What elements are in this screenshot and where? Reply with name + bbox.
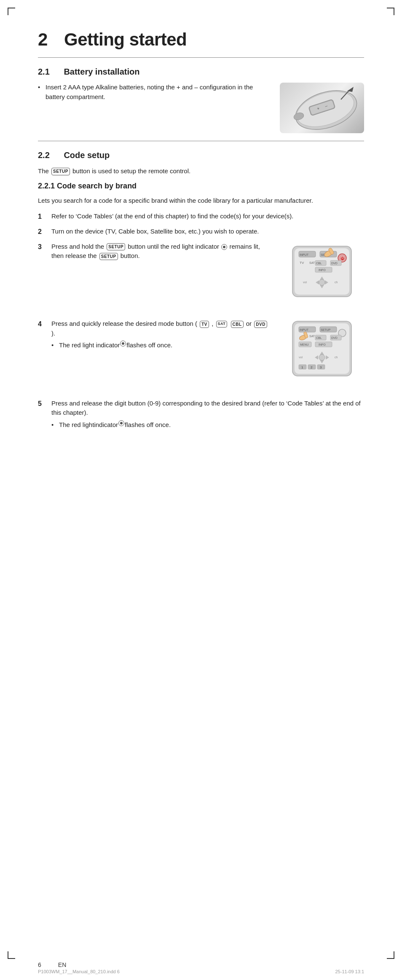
page: 2 Getting started 2.1 Battery installati…	[0, 0, 402, 980]
svg-text:MENU: MENU	[300, 343, 309, 346]
the-text: The	[38, 167, 51, 175]
chapter-number: 2	[38, 30, 48, 49]
svg-text:CBL: CBL	[316, 262, 322, 265]
step-5: 5 Press and release the digit button (0-…	[38, 399, 364, 432]
step-5-content: Press and release the digit button (0-9)…	[51, 399, 364, 432]
step-3-text-4: button.	[121, 252, 140, 259]
section-21-title: Battery installation	[64, 67, 139, 76]
indicator-circle-step3	[221, 244, 227, 250]
code-search-intro: Lets you search for a code for a specifi…	[38, 196, 364, 205]
svg-text:SAT: SAT	[309, 335, 315, 338]
step-3-num: 3	[38, 242, 50, 252]
step-4-comma: ,	[212, 320, 215, 327]
step-4-text-1: Press and quickly release the desired mo…	[51, 320, 197, 327]
svg-text:ch: ch	[335, 281, 338, 284]
section-221-title: Code search by brand	[57, 182, 137, 190]
step-3-text-1: Press and hold the	[51, 243, 106, 250]
svg-text:vol: vol	[299, 356, 303, 359]
step-4-sub-item: The red light indicator flashes off once…	[51, 341, 273, 350]
step-3-image: INPUT SETUP ⏻ TV SAT CBL D	[280, 242, 364, 314]
the-red-light: The red light	[59, 420, 94, 430]
footer-lang: EN	[58, 961, 66, 968]
battery-svg: + –	[280, 83, 364, 133]
svg-text:1: 1	[301, 365, 303, 369]
setup-badge-step3b: SETUP	[99, 253, 118, 260]
step-4-paren: ).	[51, 330, 55, 337]
section-22-heading: 2.2 Code setup	[38, 150, 364, 160]
step-3-text-2: button until the red light indicator	[128, 243, 221, 250]
step-5-flashes-text: flashes off once.	[125, 420, 171, 430]
step-1-text: Refer to ‘Code Tables’ (at the end of th…	[51, 212, 293, 220]
step-4-sub-text: The red light indicator	[59, 341, 120, 350]
step-5-indicator-text: indicator	[94, 420, 118, 430]
step-3: 3 Press and hold the SETUP button until …	[38, 242, 364, 314]
svg-text:ch: ch	[335, 356, 338, 359]
svg-text:DVD: DVD	[331, 262, 338, 265]
step-4-num: 4	[38, 319, 50, 329]
step-3-area: Press and hold the SETUP button until th…	[51, 242, 364, 314]
footer-page-num: 6	[38, 961, 41, 968]
svg-text:INFO: INFO	[319, 268, 326, 271]
corner-mark-tl	[8, 8, 15, 15]
svg-text:DVD: DVD	[331, 336, 338, 339]
remote-svg-step3: INPUT SETUP ⏻ TV SAT CBL D	[280, 242, 364, 311]
svg-point-29	[319, 279, 325, 285]
step-1: 1 Refer to ‘Code Tables’ (at the end of …	[38, 212, 364, 222]
step-1-content: Refer to ‘Code Tables’ (at the end of th…	[51, 212, 364, 221]
code-setup-para: The SETUP button is used to setup the re…	[38, 166, 364, 176]
footer-file: P1003WM_17__Manual_80_210.indd 6	[38, 969, 120, 974]
svg-text:INPUT: INPUT	[300, 328, 309, 331]
indicator-circle-step5	[118, 420, 124, 426]
tv-badge: TV	[200, 321, 209, 328]
step-3-text-block: Press and hold the SETUP button until th…	[51, 242, 273, 261]
remote-svg-step4: INPUT SETUP TV SAT CBL DVD	[280, 319, 364, 391]
step-4-text-block: Press and quickly release the desired mo…	[51, 319, 273, 352]
step-2: 2 Turn on the device (TV, Cable box, Sat…	[38, 227, 364, 237]
battery-bullet-list: Insert 2 AAA type Alkaline batteries, no…	[38, 83, 271, 102]
section-22-number: 2.2	[38, 150, 50, 160]
footer: 6 EN	[0, 961, 402, 968]
battery-bullet-text: Insert 2 AAA type Alkaline batteries, no…	[46, 83, 253, 100]
divider-1	[38, 57, 364, 58]
section-21-heading: 2.1 Battery installation	[38, 67, 364, 77]
step-5-text: Press and release the digit button (0-9)…	[51, 400, 361, 416]
svg-text:TV: TV	[300, 261, 304, 265]
step-3-content: Press and hold the SETUP button until th…	[51, 242, 364, 314]
footer-date: 25-11-09 13:1	[335, 969, 364, 974]
step-4-sub-bullets: The red light indicator flashes off once…	[51, 341, 273, 350]
svg-text:vol: vol	[303, 281, 307, 284]
step-4-content: Press and quickly release the desired mo…	[51, 319, 364, 394]
setup-badge-1: SETUP	[51, 168, 70, 175]
indicator-circle-step4	[120, 341, 126, 346]
footer-bottom: P1003WM_17__Manual_80_210.indd 6 25-11-0…	[0, 969, 402, 974]
svg-text:⏻: ⏻	[340, 257, 344, 260]
code-setup-text: button is used to setup the remote contr…	[72, 167, 190, 175]
step-5-sub-item: The red light indicator flashes off once…	[51, 420, 364, 430]
step-5-num: 5	[38, 399, 50, 409]
corner-mark-bl	[8, 951, 15, 959]
svg-text:2: 2	[311, 365, 313, 369]
step-5-sub-bullets: The red light indicator flashes off once…	[51, 420, 364, 430]
section-22-title: Code setup	[64, 150, 110, 160]
svg-text:SETUP: SETUP	[321, 328, 331, 331]
step-4: 4 Press and quickly release the desired …	[38, 319, 364, 394]
section-221-number: 2.2.1	[38, 182, 55, 190]
step-1-num: 1	[38, 212, 50, 222]
svg-point-55	[319, 354, 325, 360]
chapter-title: Getting started	[64, 30, 187, 49]
corner-mark-tr	[387, 8, 394, 15]
step-4-or: or	[246, 320, 254, 327]
sat-badge: SAT	[216, 321, 228, 328]
svg-text:CBL: CBL	[316, 336, 322, 339]
cbl-badge: CBL	[231, 321, 244, 328]
corner-mark-br	[387, 951, 394, 959]
chapter-heading: 2 Getting started	[38, 30, 364, 50]
svg-text:3: 3	[320, 365, 322, 369]
section-21-number: 2.1	[38, 67, 50, 76]
step-4-area: Press and quickly release the desired mo…	[51, 319, 364, 394]
svg-text:SAT: SAT	[309, 261, 315, 264]
step-4-image: INPUT SETUP TV SAT CBL DVD	[280, 319, 364, 394]
step-4-sub-text-2: flashes off once.	[126, 341, 172, 350]
battery-text: Insert 2 AAA type Alkaline batteries, no…	[38, 83, 271, 108]
svg-text:INPUT: INPUT	[300, 253, 309, 256]
